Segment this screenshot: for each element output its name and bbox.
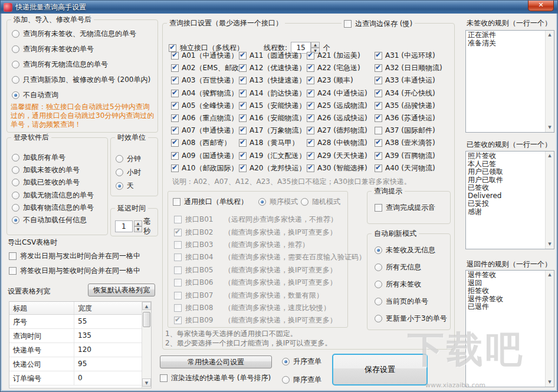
a-interface-option[interactable]: A12（优速快递） [239, 62, 307, 74]
returned-rules-textarea[interactable]: 退件签收退回拒签收退件录签收已退件 ▲ ▼ [465, 270, 554, 387]
a-interface-option[interactable]: A35 (品骏快递) [375, 100, 442, 112]
query-sound-option[interactable]: 查询完成提示音 [375, 202, 435, 213]
a-interface-option[interactable]: A06（重点物流） [171, 112, 239, 124]
radio-option[interactable]: 降序查单 [282, 374, 321, 385]
close-button[interactable]: ✕ [528, 1, 554, 11]
radio-option[interactable]: 升序查单 [282, 356, 321, 367]
scroll-down-icon[interactable]: ▼ [546, 378, 554, 386]
radio-option[interactable]: 未签收及无信息 [375, 245, 447, 255]
a-interface-option[interactable]: A09（国通快递） [171, 150, 239, 162]
textarea-scrollbar[interactable]: ▲ ▼ [545, 271, 554, 387]
a-interface-option[interactable]: A26 (远成快运) [307, 112, 375, 124]
radio-option[interactable]: 加载无物流信息的单号 [12, 190, 94, 200]
reset-column-width-button[interactable]: 恢复默认表格列宽 [88, 284, 155, 297]
radio-option[interactable]: 加载已签收的单号 [12, 177, 94, 188]
a-interface-option[interactable]: A02（EMS、邮政） [171, 62, 239, 74]
a-interface-option[interactable]: A24 (中通快运) [307, 87, 375, 100]
a-interface-option[interactable]: A04（骏辉物流） [171, 87, 239, 100]
mode-radio-option[interactable]: 随机模式 [301, 196, 340, 207]
a-interface-option[interactable]: A32 (日日顺物流) [375, 62, 442, 74]
b-interface-option[interactable]: 接口B02 （能查询多家快递，换IP可查更多） [174, 226, 366, 238]
render-consecutive-option[interactable]: 渲染连续的快递单号 (单号排序) [160, 373, 271, 383]
a-interface-option[interactable]: A38 (壹米滴答) [375, 137, 442, 149]
scrollbar-thumb[interactable] [143, 312, 150, 327]
a-interface-option[interactable]: A23 (顺丰) [307, 74, 375, 87]
mode-radio-option[interactable]: 顺序模式 [258, 196, 298, 207]
a-interface-option[interactable]: A37 (国际邮件) [375, 124, 442, 137]
common-companies-button[interactable]: 常用快递公司设置 [160, 355, 272, 368]
unsigned-rules-textarea[interactable]: 正在派件准备清关 ▲ ▼ [465, 30, 554, 133]
radio-option[interactable]: 只查询新添加、被修改的单号 (200单内) [12, 74, 150, 85]
radio-option[interactable]: 更新量小于3的单号 [375, 313, 447, 324]
radio-option[interactable]: 小时 [116, 167, 141, 177]
spin-up-icon[interactable]: ▲ [134, 220, 143, 226]
a-interface-option[interactable]: A15（安能快递） [239, 100, 307, 112]
general-interface-option[interactable]: 通用接口（单线程） [173, 196, 248, 207]
a-interface-option[interactable]: A30 (智能选择) [307, 162, 375, 174]
a-interface-option[interactable]: A25 (远成物流) [307, 100, 375, 112]
a-interface-option[interactable]: A07（申通快递） [171, 124, 239, 137]
spin-up-icon[interactable]: ▲ [311, 42, 320, 48]
radio-option[interactable]: 当前页的单号 [375, 296, 447, 307]
radio-option[interactable]: 所有未签收 [375, 279, 447, 289]
scroll-up-icon[interactable]: ▲ [142, 302, 151, 310]
a-interface-option[interactable]: A28 (中铁物流) [307, 137, 375, 149]
radio-option[interactable]: 查询所有无物流信息的单号 [12, 59, 150, 70]
a-interface-option[interactable]: A08（西邮寄） [171, 137, 239, 149]
textarea-scrollbar[interactable]: ▲ ▼ [545, 151, 554, 249]
scroll-up-icon[interactable]: ▲ [546, 271, 554, 279]
a-interface-option[interactable]: A31 (中远环球) [375, 50, 442, 62]
radio-option[interactable]: 加载有物流信息的单号 [12, 203, 94, 213]
spin-down-icon[interactable]: ▼ [134, 226, 143, 232]
b-interface-option[interactable]: 接口B01 （远程同步查询多家快递，不推荐） [174, 213, 366, 226]
b-interface-option[interactable]: 接口B08 （能查询多家快递，速度比较慢） [174, 302, 366, 314]
a-interface-option[interactable]: A36 (苏通快运) [375, 112, 442, 124]
a-interface-option[interactable]: A13（快捷速递） [239, 74, 307, 87]
radio-option[interactable]: 天 [116, 180, 141, 191]
delay-value-input[interactable]: 1 [115, 220, 133, 232]
a-interface-option[interactable]: A17（万象物流） [239, 124, 307, 137]
a-interface-option[interactable]: A39 (百腾物流) [375, 150, 442, 162]
radio-option[interactable]: 不自动加载任何信息 [12, 215, 94, 226]
a-interface-option[interactable]: A05（全峰快递） [171, 100, 239, 112]
table-row[interactable]: 查询时间 135 [9, 329, 151, 343]
a-interface-option[interactable]: A21 (加运美) [307, 50, 375, 62]
radio-option[interactable]: 不自动查询 [12, 90, 150, 100]
radio-option[interactable]: 所有无信息 [375, 262, 447, 272]
a-interface-option[interactable]: A10（邮政国际） [171, 162, 239, 174]
table-row[interactable]: 快递公司 95 [9, 357, 151, 371]
scroll-up-icon[interactable]: ▲ [546, 152, 554, 160]
scroll-down-icon[interactable]: ▼ [142, 378, 151, 387]
scroll-up-icon[interactable]: ▲ [546, 31, 554, 39]
radio-option[interactable]: 加载未签收的单号 [12, 164, 94, 175]
a-interface-option[interactable]: A11（圆通快递） [239, 50, 307, 62]
b-interface-option[interactable]: 接口B05 （能查询多家快递，换IP可查更多） [174, 264, 366, 276]
a-interface-option[interactable]: A19（汇文配送） [239, 150, 307, 162]
table-row[interactable]: 快递单号 120 [9, 343, 151, 357]
a-interface-option[interactable]: A01（中通快递） [171, 50, 239, 62]
scroll-down-icon[interactable]: ▼ [546, 241, 554, 248]
b-interface-option[interactable]: 接口B04 （能查询多家快递，需要在百度输入验证码） [174, 251, 366, 263]
radio-option[interactable]: 查询所有未签收的单号 [12, 44, 150, 54]
b-interface-option[interactable]: 接口B07 （能查询多家快递，数量有限） [174, 289, 366, 301]
save-while-query-option[interactable]: 边查询边保存 (慢) [342, 18, 415, 29]
a-interface-option[interactable]: A33 (丰通快运) [375, 74, 442, 87]
a-interface-option[interactable]: A16（安能物流） [239, 112, 307, 124]
a-interface-option[interactable]: A03（百世快递） [171, 74, 239, 87]
textarea-scrollbar[interactable]: ▲ ▼ [545, 31, 554, 132]
a-interface-option[interactable]: A29 (天天快递) [307, 150, 375, 162]
table-row[interactable]: 序号 55 [9, 315, 151, 329]
scroll-down-icon[interactable]: ▼ [546, 124, 554, 131]
checkbox-option[interactable]: 将签收日期与签收时间合并在同一格中 [9, 265, 140, 276]
radio-option[interactable]: 加载所有单号 [12, 152, 94, 163]
radio-option[interactable]: 查询所有未签收、无物流信息的单号 [12, 28, 150, 39]
title-bar[interactable]: 快递批量查询高手设置 ✕ [1, 1, 557, 14]
table-row[interactable]: 订单编号 0 [9, 371, 151, 386]
a-interface-option[interactable]: A22 (宅急送) [307, 62, 375, 74]
radio-option[interactable]: 分钟 [116, 153, 141, 164]
a-interface-option[interactable]: A34 (开心快线) [375, 87, 442, 100]
a-interface-option[interactable]: A20（龙邦快运） [239, 162, 307, 174]
save-settings-button[interactable]: 保存设置 [332, 354, 428, 386]
a-interface-option[interactable]: A40 (天河物流) [375, 162, 442, 174]
b-interface-option[interactable]: 接口B03 （能查询多家快递，推荐） [174, 239, 366, 251]
